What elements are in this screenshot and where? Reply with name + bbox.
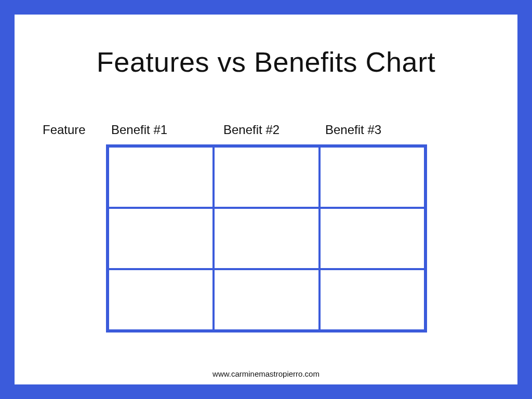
grid-cell (108, 269, 214, 330)
label-benefit-1: Benefit #1 (111, 123, 167, 137)
features-benefits-grid (106, 144, 427, 332)
grid-cell (320, 208, 425, 269)
grid-cell (320, 147, 425, 208)
grid-cell (214, 208, 319, 269)
grid-cell (108, 147, 214, 208)
label-benefit-2: Benefit #2 (223, 123, 280, 137)
grid-cell (108, 208, 214, 269)
grid-cell (214, 147, 319, 208)
label-feature: Feature (43, 123, 86, 137)
page-title: Features vs Benefits Chart (15, 46, 517, 78)
footer-url: www.carminemastropierro.com (15, 369, 517, 378)
inner-panel: Features vs Benefits Chart Feature Benef… (15, 15, 517, 384)
label-benefit-3: Benefit #3 (325, 123, 381, 137)
grid-cell (214, 269, 319, 330)
grid-cell (320, 269, 425, 330)
outer-frame: Features vs Benefits Chart Feature Benef… (0, 0, 532, 399)
